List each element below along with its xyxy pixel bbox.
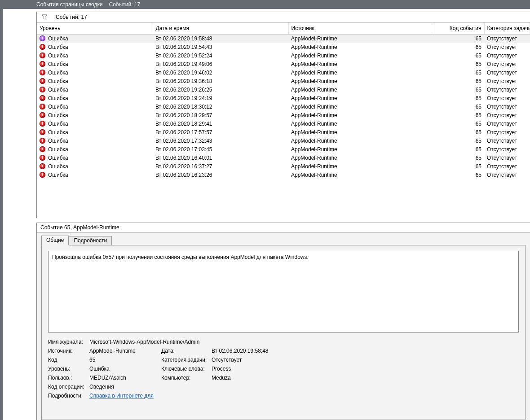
filter-icon[interactable] xyxy=(41,14,48,20)
tab-details[interactable]: Подробности xyxy=(69,236,112,245)
cell-code: 65 xyxy=(434,102,484,111)
title-primary: События страницы сводки xyxy=(36,1,109,8)
cell-code: 65 xyxy=(434,94,484,102)
table-row[interactable]: !ОшибкаВт 02.06.2020 18:30:12AppModel-Ru… xyxy=(37,102,530,111)
cell-datetime: Вт 02.06.2020 17:03:45 xyxy=(153,145,288,153)
lbl-logname: Имя журнала: xyxy=(48,339,89,345)
cell-task: Отсутствует xyxy=(484,102,530,111)
lbl-level: Уровень: xyxy=(48,366,89,372)
error-icon: ! xyxy=(40,146,45,152)
val-keywords: Process xyxy=(212,366,519,372)
error-icon: ! xyxy=(40,172,45,178)
table-row[interactable]: !ОшибкаВт 02.06.2020 19:58:48AppModel-Ru… xyxy=(37,34,530,43)
table-row[interactable]: !ОшибкаВт 02.06.2020 19:24:19AppModel-Ru… xyxy=(37,94,530,102)
cell-source: AppModel-Runtime xyxy=(288,111,434,119)
lbl-user: Пользов.: xyxy=(48,375,89,381)
error-icon: ! xyxy=(40,87,45,92)
cell-datetime: Вт 02.06.2020 16:40:01 xyxy=(153,153,288,162)
cell-source: AppModel-Runtime xyxy=(288,145,434,153)
cell-level: Ошибка xyxy=(48,104,68,110)
error-icon: ! xyxy=(40,35,45,41)
table-row[interactable]: !ОшибкаВт 02.06.2020 17:32:43AppModel-Ru… xyxy=(37,136,530,145)
table-row[interactable]: !ОшибкаВт 02.06.2020 17:57:57AppModel-Ru… xyxy=(37,128,530,136)
val-date: Вт 02.06.2020 19:58:48 xyxy=(212,348,519,354)
cell-level: Ошибка xyxy=(48,35,68,42)
table-row[interactable]: !ОшибкаВт 02.06.2020 17:03:45AppModel-Ru… xyxy=(37,145,530,153)
cell-task: Отсутствует xyxy=(484,171,530,179)
cell-source: AppModel-Runtime xyxy=(288,77,434,85)
tab-panel-general: Произошла ошибка 0x57 при получении сост… xyxy=(41,245,526,420)
table-row[interactable]: !ОшибкаВт 02.06.2020 18:29:41AppModel-Ru… xyxy=(37,119,530,128)
events-grid[interactable]: Уровень Дата и время Источник Код событи… xyxy=(36,22,530,218)
tab-general[interactable]: Общие xyxy=(41,236,69,245)
table-row[interactable]: !ОшибкаВт 02.06.2020 19:46:02AppModel-Ru… xyxy=(37,68,530,77)
table-row[interactable]: !ОшибкаВт 02.06.2020 16:40:01AppModel-Ru… xyxy=(37,153,530,162)
col-level[interactable]: Уровень xyxy=(37,22,153,34)
event-detail-heading-text: Событие 65, AppModel-Runtime xyxy=(40,224,119,231)
cell-datetime: Вт 02.06.2020 19:52:24 xyxy=(153,51,288,60)
cell-code: 65 xyxy=(434,85,484,94)
col-source[interactable]: Источник xyxy=(288,22,434,34)
cell-level: Ошибка xyxy=(48,112,68,118)
table-row[interactable]: !ОшибкаВт 02.06.2020 16:37:27AppModel-Ru… xyxy=(37,162,530,171)
cell-level: Ошибка xyxy=(48,61,68,67)
cell-datetime: Вт 02.06.2020 19:49:06 xyxy=(153,60,288,68)
lbl-date: Дата: xyxy=(161,348,212,354)
error-icon: ! xyxy=(40,104,45,109)
cell-code: 65 xyxy=(434,77,484,85)
cell-code: 65 xyxy=(434,34,484,43)
error-icon: ! xyxy=(40,95,45,101)
cell-datetime: Вт 02.06.2020 19:36:18 xyxy=(153,77,288,85)
cell-task: Отсутствует xyxy=(484,77,530,85)
cell-task: Отсутствует xyxy=(484,145,530,153)
online-help-link[interactable]: Справка в Интернете для xyxy=(89,393,154,399)
error-icon: ! xyxy=(40,121,45,127)
error-icon: ! xyxy=(40,61,45,67)
cell-datetime: Вт 02.06.2020 19:46:02 xyxy=(153,68,288,77)
table-row[interactable]: !ОшибкаВт 02.06.2020 18:29:57AppModel-Ru… xyxy=(37,111,530,119)
cell-code: 65 xyxy=(434,60,484,68)
table-row[interactable]: !ОшибкаВт 02.06.2020 16:23:26AppModel-Ru… xyxy=(37,171,530,179)
col-code[interactable]: Код события xyxy=(434,22,484,34)
cell-datetime: Вт 02.06.2020 18:29:57 xyxy=(153,111,288,119)
table-row[interactable]: !ОшибкаВт 02.06.2020 19:49:06AppModel-Ru… xyxy=(37,60,530,68)
cell-level: Ошибка xyxy=(48,172,68,178)
error-icon: ! xyxy=(40,78,45,84)
cell-code: 65 xyxy=(434,145,484,153)
cell-code: 65 xyxy=(434,119,484,128)
event-message-text: Произошла ошибка 0x57 при получении сост… xyxy=(52,254,309,260)
cell-code: 65 xyxy=(434,136,484,145)
val-user: MEDUZA\salch xyxy=(89,375,161,381)
cell-source: AppModel-Runtime xyxy=(288,119,434,128)
cell-source: AppModel-Runtime xyxy=(288,162,434,171)
event-message[interactable]: Произошла ошибка 0x57 при получении сост… xyxy=(48,251,519,332)
col-task[interactable]: Категория задачи xyxy=(484,22,530,34)
cell-datetime: Вт 02.06.2020 19:24:19 xyxy=(153,94,288,102)
cell-source: AppModel-Runtime xyxy=(288,68,434,77)
cell-task: Отсутствует xyxy=(484,128,530,136)
cell-code: 65 xyxy=(434,153,484,162)
lbl-moreinfo: Подробности: xyxy=(48,393,89,399)
cell-task: Отсутствует xyxy=(484,85,530,94)
val-taskcat: Отсутствует xyxy=(212,357,519,363)
cell-code: 65 xyxy=(434,51,484,60)
val-code: 65 xyxy=(89,357,161,363)
cell-level: Ошибка xyxy=(48,95,68,101)
table-row[interactable]: !ОшибкаВт 02.06.2020 19:54:43AppModel-Ru… xyxy=(37,43,530,51)
cell-level: Ошибка xyxy=(48,52,68,59)
table-row[interactable]: !ОшибкаВт 02.06.2020 19:26:25AppModel-Ru… xyxy=(37,85,530,94)
cell-source: AppModel-Runtime xyxy=(288,43,434,51)
cell-source: AppModel-Runtime xyxy=(288,136,434,145)
lbl-computer: Компьютер: xyxy=(161,375,212,381)
cell-task: Отсутствует xyxy=(484,43,530,51)
table-row[interactable]: !ОшибкаВт 02.06.2020 19:52:24AppModel-Ru… xyxy=(37,51,530,60)
lbl-source: Источник: xyxy=(48,348,89,354)
cell-task: Отсутствует xyxy=(484,136,530,145)
cell-task: Отсутствует xyxy=(484,60,530,68)
lbl-code: Код xyxy=(48,357,89,363)
cell-source: AppModel-Runtime xyxy=(288,60,434,68)
table-row[interactable]: !ОшибкаВт 02.06.2020 19:36:18AppModel-Ru… xyxy=(37,77,530,85)
title-event-count: Событий: 17 xyxy=(109,1,140,8)
lbl-opcode: Код операции: xyxy=(48,384,89,390)
col-datetime[interactable]: Дата и время xyxy=(153,22,288,34)
